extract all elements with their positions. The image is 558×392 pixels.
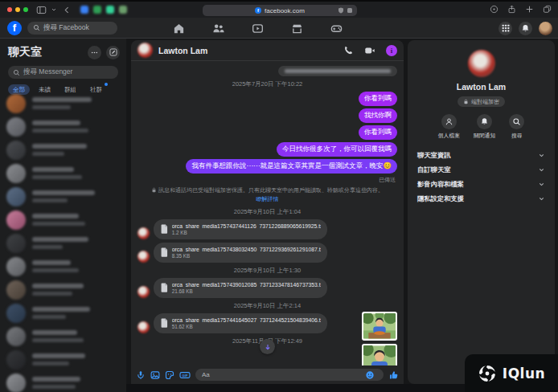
account-avatar[interactable] [539,22,552,35]
browser-toolbar: f facebook.com [0,0,558,18]
peer-name: Lawton Lam [158,46,343,55]
file-attachment[interactable]: orca_share_media1757437441126_7371226889… [154,219,327,239]
message-bubble-redacted[interactable] [278,66,397,76]
gaming-icon[interactable] [330,22,343,35]
image-icon[interactable] [150,370,160,380]
friends-icon[interactable] [212,22,224,35]
page-settings-icon[interactable] [490,5,499,14]
conversation-info-button[interactable]: i [386,45,397,56]
sidebar-toggle-icon[interactable] [36,5,47,15]
peer-avatar [137,227,150,239]
chat-list-item[interactable] [6,371,120,392]
photo-message[interactable] [362,312,397,341]
compose-icon [109,48,117,56]
new-tab-icon[interactable] [525,5,534,14]
home-icon[interactable] [173,22,185,35]
shield-icon[interactable] [338,7,344,14]
facebook-logo[interactable]: f [7,21,22,35]
message-composer: GIF [131,365,404,384]
learn-more-link[interactable]: 瞭解詳情 [256,196,279,202]
lock-icon [463,99,469,104]
chat-list-item[interactable] [6,138,120,161]
section-customize-chat[interactable]: 自訂聊天室 [408,162,555,177]
reader-icon[interactable] [347,7,353,14]
screen: f facebook.com f 搜尋 Facebook [0,0,558,392]
outgoing-message[interactable]: 我有件事想跟你說⋯⋯就是這篇文章其實是一個測試文章，晚安😊 [186,159,397,174]
share-icon[interactable] [507,5,516,14]
mute-action[interactable]: 關閉通知 [474,114,495,140]
gif-icon[interactable]: GIF [179,370,191,380]
conversation-panel: Lawton Lam i 2025年7月20日 下午10:22 你看到嗎 我找你… [131,40,404,384]
chat-list-item[interactable] [6,161,120,185]
avatar [6,350,26,370]
minimize-window-button[interactable] [15,7,20,12]
chat-list-item[interactable] [6,301,120,325]
tab-overview-icon[interactable] [543,5,552,14]
peer-avatar[interactable] [137,43,153,58]
search-action[interactable]: 搜尋 [509,114,524,140]
conversation-header[interactable]: Lawton Lam i [131,40,404,61]
file-name: orca_share_media1757438032450_7371229369… [172,247,321,252]
pinned-tab-icon[interactable] [80,6,88,14]
profile-action[interactable]: 個人檔案 [438,114,460,140]
compose-button[interactable] [106,46,120,59]
back-icon[interactable] [64,6,71,14]
encryption-badge[interactable]: 端對端加密 [457,96,505,107]
file-attachment[interactable]: orca_share_media1757438032450_7371229369… [154,243,327,263]
section-privacy-support[interactable]: 隱私設定和支援 [408,191,555,206]
marketplace-icon[interactable] [291,22,303,35]
file-icon [160,247,168,257]
apps-grid-button[interactable] [499,22,512,35]
section-media-files[interactable]: 影音內容和檔案 [408,177,555,191]
zoom-window-button[interactable] [23,7,28,12]
outgoing-message[interactable]: 你看到嗎 [359,92,397,106]
chat-list-item[interactable] [6,185,120,208]
chevron-down-icon[interactable] [51,6,57,13]
close-window-button[interactable] [7,7,12,12]
scroll-to-bottom-button[interactable] [260,339,275,354]
chat-list-item[interactable] [6,255,120,278]
peer-avatar-large[interactable] [468,50,495,77]
outgoing-message[interactable]: 你看到嗎 [359,125,397,140]
chat-list-item[interactable] [6,348,120,371]
pinned-tab-icon[interactable] [93,6,101,14]
facebook-search-input[interactable]: 搜尋 Facebook [27,22,117,35]
chat-list-item[interactable] [6,325,120,348]
chat-list-item[interactable] [6,115,120,138]
avatar [6,117,26,137]
thumbs-up-icon[interactable] [388,370,399,380]
more-options-button[interactable] [88,46,101,59]
file-attachment[interactable]: orca_share_media1757439012085_7371233478… [154,278,327,298]
apps-grid-icon [502,24,510,32]
photo-messages [362,312,397,371]
chat-list-item[interactable] [6,231,120,255]
messenger-search-input[interactable]: 搜尋 Messenger [8,66,118,79]
chat-list [0,88,126,392]
section-chat-info[interactable]: 聊天室資訊 [408,148,555,162]
emoji-icon[interactable] [365,370,375,380]
file-name: orca_share_media1757439012085_7371233478… [172,282,321,288]
watch-icon[interactable] [252,22,264,35]
watermark-logo-icon [478,364,497,383]
chat-list-item[interactable] [6,92,120,115]
outgoing-message[interactable]: 我找你啊 [359,108,397,123]
pinned-tabs[interactable] [80,6,127,14]
avatar [6,164,26,183]
address-bar[interactable]: f facebook.com [203,5,357,16]
file-attachment[interactable]: orca_share_media1757441645027_7371244521… [154,313,327,333]
notifications-button[interactable] [519,22,532,35]
search-icon [33,24,40,31]
sticker-icon[interactable] [165,370,174,380]
avatar [6,304,26,323]
chat-list-item[interactable] [6,208,120,231]
message-input[interactable] [195,369,384,381]
voice-clip-icon[interactable] [136,370,146,380]
video-call-icon[interactable] [364,45,375,56]
pinned-tab-icon[interactable] [106,6,114,14]
phone-icon[interactable] [343,45,354,55]
avatar [6,374,26,392]
outgoing-message[interactable]: 今日找你很多次了，你可以回覆我嗎 [277,142,397,157]
facebook-search-placeholder: 搜尋 Facebook [43,23,89,33]
pinned-tab-icon[interactable] [119,6,127,14]
chat-list-item[interactable] [6,278,120,301]
